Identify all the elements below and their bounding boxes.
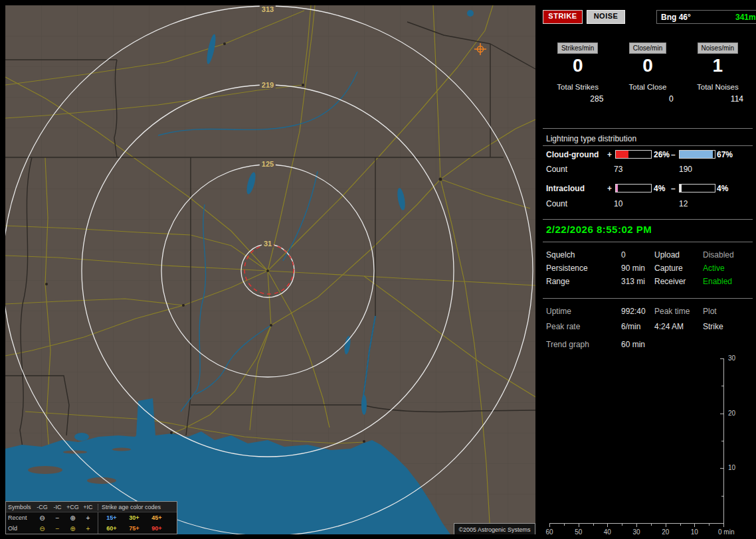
cloud-ground-label: Cloud-ground: [546, 150, 599, 159]
plus-sign: +: [607, 150, 612, 159]
cloud-ground-row: Cloud-ground + 26% – 67%: [543, 150, 753, 159]
range-value: 313 mi: [621, 275, 654, 288]
divider: [543, 145, 753, 146]
pos-cg-old-icon: ⊕: [65, 525, 80, 532]
settings-panel: Squelch 0 Upload Disabled Persistence 90…: [543, 248, 756, 288]
divider: [543, 219, 753, 220]
total-noises-value: 114: [683, 94, 753, 104]
neg-ic-recent-icon: −: [50, 514, 65, 522]
bearing-value: Bng 46°: [661, 13, 691, 22]
capture-status: Active: [703, 262, 756, 275]
age-code-30: 30+: [123, 514, 145, 521]
ic-plus-bar: [615, 184, 652, 193]
cg-plus-percent: 26%: [654, 150, 670, 159]
distribution-title: Lightning type distribution: [546, 134, 636, 143]
legend-old-row: Old ⊖ − ⊕ + 60+ 75+ 90+: [6, 523, 177, 534]
peak-rate-label: Peak rate: [546, 319, 621, 335]
pos-cg-recent-icon: ⊕: [65, 514, 80, 522]
strikes-per-min-chip[interactable]: Strikes/min: [557, 42, 598, 54]
close-per-min-chip[interactable]: Close/min: [629, 42, 666, 54]
ic-plus-count: 10: [614, 199, 622, 208]
divider: [543, 298, 753, 299]
upload-status: Disabled: [703, 248, 756, 262]
minus-sign: –: [671, 150, 676, 159]
divider: [543, 128, 753, 129]
datetime-display: 2/22/2026 8:55:02 PM: [546, 224, 652, 235]
legend-recent-row: Recent ⊖ − ⊕ + 15+ 30+ 45+: [6, 512, 177, 523]
receiver-status: Enabled: [703, 275, 756, 288]
capture-label: Capture: [654, 262, 703, 275]
uptime-label: Uptime: [546, 304, 621, 319]
noises-column: Noises/min 1 Total Noises 114: [683, 41, 753, 104]
cg-plus-bar: [615, 150, 652, 159]
legend-old-label: Old: [8, 525, 35, 532]
strikes-per-min-value: 0: [543, 56, 613, 76]
trend-graph-value: 60 min: [621, 339, 756, 350]
noise-toggle-button[interactable]: NOISE: [587, 10, 625, 24]
legend-recent-label: Recent: [8, 514, 35, 521]
close-column: Close/min 0 Total Close 0: [613, 41, 682, 104]
legend-col-pos-ic: +IC: [80, 504, 96, 510]
bearing-distance: 341mi: [735, 13, 756, 22]
divider: [543, 242, 753, 242]
noises-per-min-chip[interactable]: Noises/min: [698, 42, 738, 54]
age-code-45: 45+: [145, 514, 168, 521]
range-ring-label-outer: 313: [260, 5, 276, 13]
neg-ic-old-icon: −: [50, 525, 65, 532]
total-strikes-value: 285: [543, 94, 613, 104]
range-label: Range: [546, 275, 621, 288]
trend-graph-label: Trend graph: [546, 339, 621, 350]
age-code-15: 15+: [100, 514, 123, 521]
total-strikes-label: Total Strikes: [543, 83, 613, 91]
count-label: Count: [546, 199, 567, 208]
legend-col-pos-cg: +CG: [65, 504, 80, 510]
legend-age-header: Strike age color codes: [98, 504, 175, 510]
plus-sign: +: [607, 184, 612, 193]
age-code-60: 60+: [100, 525, 123, 532]
minus-sign: –: [671, 184, 676, 193]
map-legend: Symbols -CG -IC +CG +IC Strike age color…: [5, 501, 177, 534]
bearing-range-panel: Bng 46° 341mi: [656, 10, 756, 24]
legend-col-neg-ic: -IC: [50, 504, 65, 510]
status-sidebar: STRIKE NOISE Bng 46° 341mi Strikes/min 0…: [539, 0, 756, 539]
peak-time-label: Peak time: [654, 304, 703, 319]
ic-minus-percent: 4%: [717, 184, 728, 193]
total-close-label: Total Close: [613, 83, 682, 91]
cloud-ground-count-row: Count 73 190: [543, 165, 753, 174]
strike-toggle-button[interactable]: STRIKE: [543, 10, 583, 24]
lightning-map[interactable]: 313 219 125 31 Symbols -CG -IC +CG +IC S…: [5, 5, 535, 534]
peak-time-value: 4:24 AM: [654, 319, 703, 335]
neg-cg-recent-icon: ⊖: [35, 514, 50, 522]
persistence-label: Persistence: [546, 262, 621, 275]
intracloud-label: Intracloud: [546, 184, 585, 193]
range-ring-label-inner: 31: [262, 240, 274, 248]
trend-graph-row: Trend graph 60 min: [543, 339, 756, 350]
range-ring-label-third: 219: [260, 81, 276, 89]
close-per-min-value: 0: [613, 56, 682, 76]
cg-minus-count: 190: [679, 165, 692, 174]
trend-chart: 3020106050403020100 min: [539, 353, 756, 536]
total-noises-label: Total Noises: [683, 83, 753, 91]
pos-ic-recent-icon: +: [80, 514, 96, 522]
noises-per-min-value: 1: [683, 56, 753, 76]
total-close-value: 0: [613, 94, 682, 104]
receiver-label: Receiver: [654, 275, 703, 288]
count-label: Count: [546, 165, 567, 174]
squelch-value: 0: [621, 248, 654, 262]
neg-cg-old-icon: ⊖: [35, 525, 50, 532]
legend-header-row: Symbols -CG -IC +CG +IC Strike age color…: [6, 502, 177, 512]
persistence-value: 90 min: [621, 262, 654, 275]
rates-row: Strikes/min 0 Total Strikes 285 Close/mi…: [543, 41, 753, 104]
stats-panel: Uptime 992:40 Peak time Plot Peak rate 6…: [543, 304, 756, 335]
copyright-notice: ©2005 Astrogenic Systems: [454, 523, 535, 534]
age-code-90: 90+: [145, 525, 168, 532]
intracloud-count-row: Count 10 12: [543, 199, 753, 208]
legend-symbols-header: Symbols: [8, 504, 35, 510]
plot-label: Plot: [703, 304, 756, 319]
pos-ic-old-icon: +: [80, 525, 96, 532]
ic-minus-count: 12: [679, 199, 688, 208]
cg-minus-bar: [679, 150, 715, 159]
squelch-label: Squelch: [546, 248, 621, 262]
ic-plus-percent: 4%: [654, 184, 665, 193]
intracloud-row: Intracloud + 4% – 4%: [543, 184, 753, 193]
